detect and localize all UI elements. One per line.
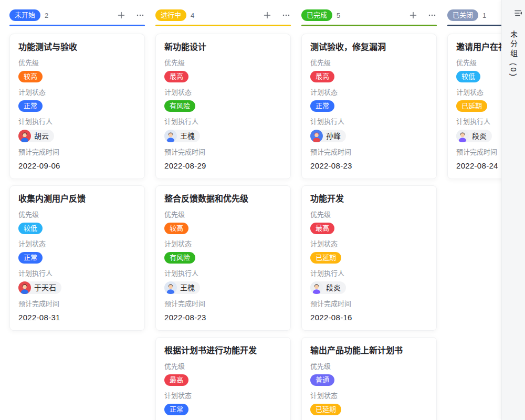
- priority-badge: 较高: [18, 71, 43, 82]
- executor-row: 段炎: [310, 281, 428, 294]
- due-label: 预计完成时间: [164, 299, 282, 309]
- priority-badge: 最高: [164, 71, 188, 82]
- add-icon[interactable]: [262, 10, 272, 20]
- kanban-card[interactable]: 新功能设计 优先级 最高 计划状态 有风险 计划执行人 王槐 预计完成时间 20…: [155, 34, 291, 179]
- priority-badge: 普通: [310, 374, 334, 386]
- column-count: 1: [482, 12, 486, 19]
- executor-pill[interactable]: 王槐: [164, 281, 200, 294]
- executor-pill[interactable]: 孙峰: [310, 130, 346, 142]
- kanban-card[interactable]: 根据计划书进行功能开发 优先级 最高 计划状态 正常 计划执行人 预计完成时间: [155, 337, 291, 420]
- avatar-shirt: [21, 289, 28, 294]
- avatar-shirt: [21, 138, 28, 142]
- kanban-card[interactable]: 功能测试与验收 优先级 较高 计划状态 正常 计划执行人 胡云 预计完成时间 2…: [9, 34, 145, 179]
- card-title: 根据计划书进行功能开发: [164, 345, 282, 356]
- column-underline: [155, 25, 291, 26]
- status-label: 计划状态: [164, 239, 282, 249]
- card-title: 测试验收，修复漏洞: [310, 41, 428, 53]
- column-underline: [301, 25, 437, 26]
- column-header: 进行中 4: [155, 9, 291, 21]
- executor-name: 段炎: [472, 130, 487, 142]
- kanban-column: 进行中 4 新功能设计 优先级 最高 计划状态 有风险 计划执行人: [155, 9, 291, 420]
- executor-row: 王槐: [164, 281, 282, 294]
- column-status-badge: 未开始: [9, 9, 40, 21]
- more-icon[interactable]: [281, 10, 291, 20]
- executor-name: 王槐: [180, 130, 195, 142]
- avatar-shirt: [167, 138, 174, 142]
- kanban-column: 已完成 5 测试验收，修复漏洞 优先级 最高 计划状态 正常 计划执行人: [301, 9, 437, 420]
- priority-label: 优先级: [310, 210, 428, 219]
- more-icon[interactable]: [135, 10, 145, 20]
- kanban-card[interactable]: 收集内测用户反馈 优先级 较低 计划状态 正常 计划执行人 于天石 预计完成时间…: [9, 185, 145, 331]
- priority-badge: 较高: [164, 223, 188, 234]
- due-date: 2022-08-29: [164, 160, 282, 171]
- avatar-shirt: [313, 138, 320, 142]
- executor-pill[interactable]: 段炎: [310, 281, 346, 294]
- column-underline: [9, 25, 145, 26]
- avatar-shirt: [313, 289, 320, 294]
- status-badge: 已延期: [456, 100, 487, 112]
- card-title: 功能开发: [310, 193, 428, 205]
- column-header: 已完成 5: [301, 9, 437, 21]
- executor-pill[interactable]: 胡云: [18, 130, 54, 142]
- due-date: 2022-08-23: [310, 160, 428, 171]
- due-label: 预计完成时间: [310, 299, 428, 309]
- status-badge: 正常: [310, 100, 334, 112]
- avatar: [456, 130, 469, 142]
- column-count: 4: [191, 12, 194, 19]
- kanban-card[interactable]: 功能开发 优先级 最高 计划状态 已延期 计划执行人 段炎 预计完成时间 202…: [301, 185, 437, 331]
- executor-row: 胡云: [18, 130, 136, 142]
- kanban-card[interactable]: 整合反馈数据和优先级 优先级 较高 计划状态 有风险 计划执行人 王槐 预计完成…: [155, 185, 291, 331]
- avatar: [18, 130, 31, 142]
- executor-pill[interactable]: 于天石: [18, 281, 61, 294]
- priority-label: 优先级: [310, 362, 428, 371]
- avatar: [164, 130, 177, 142]
- executor-name: 王槐: [180, 281, 195, 294]
- column-status-badge: 已完成: [301, 9, 332, 21]
- card-title: 整合反馈数据和优先级: [164, 193, 282, 205]
- priority-label: 优先级: [310, 58, 428, 68]
- status-label: 计划状态: [310, 391, 428, 401]
- due-date: 2022-09-06: [18, 160, 136, 171]
- status-label: 计划状态: [18, 88, 136, 97]
- expand-icon[interactable]: [513, 8, 523, 18]
- priority-label: 优先级: [164, 362, 282, 371]
- avatar: [310, 281, 323, 294]
- avatar: [18, 281, 31, 294]
- add-icon[interactable]: [117, 10, 126, 20]
- due-date: 2022-08-16: [310, 312, 428, 323]
- executor-label: 计划执行人: [164, 269, 282, 278]
- add-icon[interactable]: [408, 10, 418, 20]
- status-label: 计划状态: [164, 391, 282, 401]
- executor-pill[interactable]: 段炎: [456, 130, 492, 142]
- status-badge: 已延期: [310, 404, 341, 415]
- executor-row: 孙峰: [310, 130, 428, 142]
- executor-name: 孙峰: [326, 130, 341, 142]
- due-label: 预计完成时间: [18, 299, 136, 309]
- due-date: 2022-08-23: [164, 312, 282, 323]
- column-status-badge: 已关闭: [447, 9, 478, 21]
- priority-badge: 较低: [18, 223, 43, 234]
- card-title: 输出产品功能上新计划书: [310, 345, 428, 356]
- status-badge: 正常: [18, 252, 43, 264]
- executor-pill[interactable]: 王槐: [164, 130, 200, 142]
- status-badge: 正常: [164, 404, 188, 415]
- column-header: 未开始 2: [9, 9, 145, 21]
- card-title: 功能测试与验收: [18, 41, 136, 53]
- status-label: 计划状态: [310, 239, 428, 249]
- ungrouped-label: 未分组 (0): [508, 30, 519, 78]
- priority-badge: 最高: [310, 223, 334, 234]
- executor-label: 计划执行人: [164, 117, 282, 127]
- status-badge: 有风险: [164, 100, 195, 112]
- ungrouped-panel[interactable]: 未分组 (0): [501, 0, 525, 420]
- priority-badge: 较低: [456, 71, 480, 82]
- status-label: 计划状态: [18, 239, 136, 249]
- kanban-card[interactable]: 测试验收，修复漏洞 优先级 最高 计划状态 正常 计划执行人 孙峰 预计完成时间…: [301, 34, 437, 179]
- avatar-shirt: [459, 138, 466, 142]
- priority-badge: 最高: [310, 71, 334, 82]
- status-badge: 有风险: [164, 252, 195, 264]
- more-icon[interactable]: [427, 10, 437, 20]
- column-cards: 功能测试与验收 优先级 较高 计划状态 正常 计划执行人 胡云 预计完成时间 2…: [9, 34, 145, 331]
- avatar-shirt: [167, 289, 174, 294]
- executor-row: 于天石: [18, 281, 136, 294]
- kanban-card[interactable]: 输出产品功能上新计划书 优先级 普通 计划状态 已延期 计划执行人 预计完成时间: [301, 337, 437, 420]
